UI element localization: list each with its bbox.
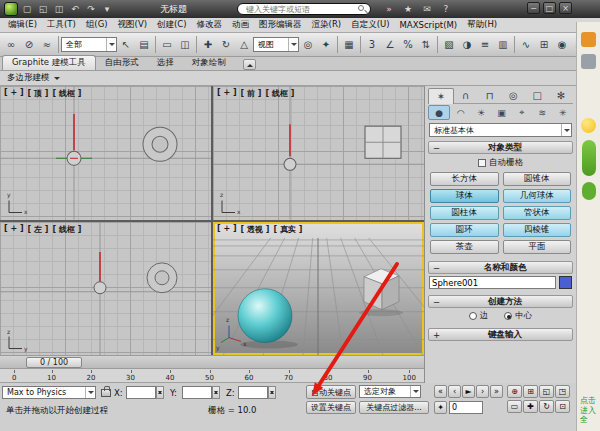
btn-box[interactable]: 长方体 (430, 172, 499, 186)
background-sticker[interactable] (582, 140, 596, 176)
prev-frame-icon[interactable]: ‹ (448, 385, 461, 398)
save-file-icon[interactable]: ◫ (52, 3, 66, 16)
percent-snap-icon[interactable]: % (399, 35, 417, 54)
btn-geosphere[interactable]: 几何球体 (503, 189, 572, 203)
btn-cone[interactable]: 圆锥体 (503, 172, 572, 186)
set-key-button[interactable]: 设置关键点 (306, 401, 356, 414)
orbit-icon[interactable]: ↻ (539, 400, 554, 413)
select-scale-icon[interactable]: △ (235, 35, 253, 54)
btn-tube[interactable]: 管状体 (503, 206, 572, 220)
autogrid-checkbox[interactable] (478, 159, 486, 167)
minimize-icon[interactable]: − (527, 2, 540, 14)
z-coordinate-field[interactable] (238, 386, 268, 399)
creation-method-rollout-header[interactable]: − 创建方法 (428, 295, 573, 308)
select-manipulate-icon[interactable]: ✦ (317, 35, 335, 54)
utilities-tab[interactable]: ✻ (549, 88, 573, 104)
viewport-menu[interactable]: [ + ] (217, 88, 237, 99)
primitive-category-dropdown[interactable]: 标准基本体 (429, 123, 572, 137)
search-go-icon[interactable]: » (382, 2, 396, 15)
angle-snap-icon[interactable]: ∠ (381, 35, 399, 54)
x-spinner[interactable] (156, 386, 164, 399)
ribbon-minimize-icon[interactable] (243, 59, 256, 70)
background-sticker[interactable] (582, 182, 596, 200)
selection-set-dropdown[interactable]: 选定对象 (359, 385, 421, 398)
hierarchy-tab[interactable]: ⊓ (478, 88, 502, 104)
btn-pyramid[interactable]: 四棱锥 (503, 223, 572, 237)
infocenter-search-input[interactable] (237, 3, 371, 15)
maximize-viewport-icon[interactable]: ⊡ (555, 400, 570, 413)
edge-radio[interactable]: 边 (469, 310, 489, 322)
viewport-name[interactable]: [ 透视 ] (241, 224, 270, 235)
use-pivot-center-icon[interactable]: ◎ (299, 35, 317, 54)
zoom-all-icon[interactable]: ⊞ (523, 385, 538, 398)
maximize-icon[interactable]: □ (543, 2, 556, 14)
viewport-menu[interactable]: [ + ] (217, 224, 237, 235)
background-app-icon[interactable] (581, 32, 596, 47)
geometry-subtab[interactable]: ● (428, 105, 450, 120)
window-crossing-icon[interactable]: ◫ (176, 35, 194, 54)
key-filters-button[interactable]: 关键点过滤器... (359, 401, 429, 414)
x-coordinate-field[interactable] (126, 386, 156, 399)
background-app-icon[interactable] (581, 54, 596, 69)
menu-rendering[interactable]: 渲染(R) (307, 19, 347, 31)
redo-icon[interactable]: ↷ (84, 3, 98, 16)
zoom-region-icon[interactable]: ▭ (507, 400, 522, 413)
y-spinner[interactable] (212, 386, 220, 399)
viewport-shading[interactable]: [ 线框 ] (52, 224, 81, 235)
spinner-snap-icon[interactable]: ⇅ (417, 35, 435, 54)
time-slider-track[interactable]: 0 / 100 (0, 355, 424, 369)
help-icon[interactable]: ? (439, 2, 453, 15)
spacewarps-subtab[interactable]: ≋ (532, 105, 552, 120)
pan-icon[interactable]: ✚ (523, 400, 538, 413)
keyboard-entry-rollout-header[interactable]: + 键盘输入 (428, 328, 573, 341)
select-by-name-icon[interactable]: ▤ (135, 35, 153, 54)
curve-editor-icon[interactable]: ∿ (517, 35, 535, 54)
qat-dropdown-icon[interactable]: ▾ (100, 3, 114, 16)
menu-customize[interactable]: 自定义(U) (346, 19, 394, 31)
shapes-subtab[interactable]: ◠ (450, 105, 470, 120)
tab-object-paint[interactable]: 对象绘制 (183, 56, 235, 70)
snap-3d-icon[interactable]: 3 (363, 35, 381, 54)
tab-freeform[interactable]: 自由形式 (96, 56, 148, 70)
mirror-icon[interactable]: ◑ (458, 35, 476, 54)
y-coordinate-field[interactable] (182, 386, 212, 399)
menu-modifiers[interactable]: 修改器 (192, 19, 228, 31)
zoom-extents-all-icon[interactable]: ◳ (555, 385, 570, 398)
selection-filter-dropdown[interactable]: 全部 (61, 37, 117, 52)
background-emoji-icon[interactable] (581, 118, 596, 133)
layer-manager-icon[interactable]: ▥ (494, 35, 512, 54)
viewport-shading[interactable]: [ 线框 ] (265, 88, 294, 99)
background-ad-text[interactable]: 点击进入全 (580, 396, 598, 425)
select-and-link-icon[interactable]: ∞ (2, 35, 20, 54)
transform-lock-icon[interactable] (101, 389, 111, 397)
z-spinner[interactable] (268, 386, 276, 399)
menu-edit[interactable]: 编辑(E) (3, 19, 42, 31)
tab-graphite-modeling[interactable]: Graphite 建模工具 (2, 55, 96, 70)
unlink-selection-icon[interactable]: ⊘ (20, 35, 38, 54)
menu-animation[interactable]: 动画 (227, 19, 254, 31)
center-radio[interactable]: 中心 (504, 310, 532, 322)
communication-icon[interactable]: ✉ (420, 2, 434, 15)
selection-region-icon[interactable]: ▭ (158, 35, 176, 54)
menu-group[interactable]: 组(G) (81, 19, 113, 31)
key-mode-icon[interactable]: ✦ (434, 401, 447, 414)
motion-tab[interactable]: ◎ (501, 88, 525, 104)
bind-spacewarp-icon[interactable]: ≈ (38, 35, 56, 54)
viewport-name[interactable]: [ 左 ] (28, 224, 49, 235)
align-icon[interactable]: ≡ (476, 35, 494, 54)
schematic-view-icon[interactable]: ⊞ (535, 35, 553, 54)
lights-subtab[interactable]: ☀ (471, 105, 491, 120)
viewport-name[interactable]: [ 顶 ] (28, 88, 49, 99)
viewport-name[interactable]: [ 前 ] (241, 88, 262, 99)
btn-cylinder[interactable]: 圆柱体 (430, 206, 499, 220)
material-editor-icon[interactable]: ◉ (553, 35, 571, 54)
menu-create[interactable]: 创建(C) (152, 19, 192, 31)
object-type-rollout-header[interactable]: − 对象类型 (428, 141, 573, 154)
auto-key-button[interactable]: 自动关键点 (306, 385, 356, 399)
select-move-icon[interactable]: ✚ (199, 35, 217, 54)
display-tab[interactable]: □ (525, 88, 549, 104)
viewport-left[interactable]: y z [ + ] [ 左 ] [ 线框 ] (0, 222, 211, 356)
time-slider[interactable]: 0 / 100 (26, 357, 82, 368)
object-color-swatch[interactable] (559, 276, 572, 289)
menu-graph-editors[interactable]: 图形编辑器 (254, 19, 307, 31)
